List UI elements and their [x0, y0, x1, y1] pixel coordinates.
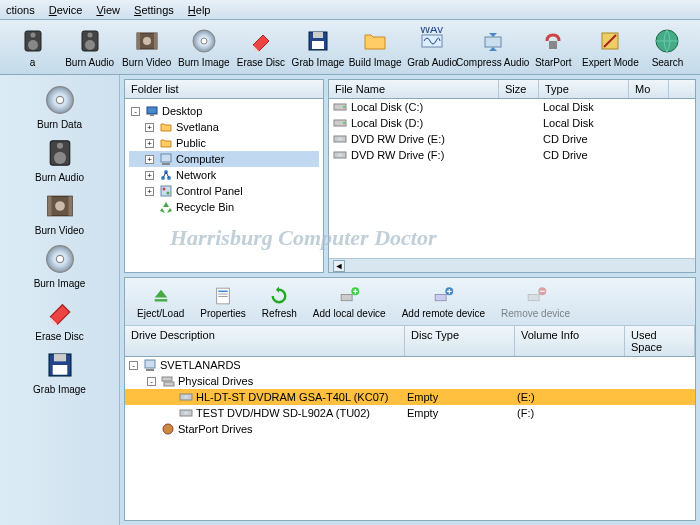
device-toolbar-properties[interactable]: Properties	[192, 280, 254, 324]
menu-item[interactable]: Help	[188, 4, 211, 16]
device-row[interactable]: -SVETLANARDS	[125, 357, 695, 373]
sidebar-burn-audio[interactable]: Burn Audio	[25, 136, 95, 183]
tree-item-label: Public	[176, 137, 206, 149]
menu-item[interactable]: Settings	[134, 4, 174, 16]
folder-list-pane: Folder list -Desktop+Svetlana+Public+Com…	[124, 79, 324, 273]
refresh-icon	[268, 285, 290, 307]
tree-item[interactable]: +Network	[129, 167, 319, 183]
folder-icon	[159, 136, 173, 150]
file-row[interactable]: Local Disk (D:)Local Disk	[329, 115, 695, 131]
props-icon	[212, 285, 234, 307]
device-row[interactable]: HL-DT-ST DVDRAM GSA-T40L (KC07)Empty(E:)	[125, 389, 695, 405]
expand-icon[interactable]	[145, 203, 154, 212]
device-list-body[interactable]: -SVETLANARDS-Physical Drives HL-DT-ST DV…	[125, 357, 695, 520]
device-toolbar-add-local-device[interactable]: Add local device	[305, 280, 394, 324]
sidebar-burn-image[interactable]: Burn Image	[25, 242, 95, 289]
device-toolbar-refresh[interactable]: Refresh	[254, 280, 305, 324]
expand-icon[interactable]: +	[145, 187, 154, 196]
column-header[interactable]: Disc Type	[405, 326, 515, 356]
column-header[interactable]: Mo	[629, 80, 669, 98]
device-row[interactable]: TEST DVD/HDW SD-L902A (TU02)Empty(F:)	[125, 405, 695, 421]
folder-tree[interactable]: -Desktop+Svetlana+Public+Computer+Networ…	[125, 99, 323, 272]
tree-item-label: Control Panel	[176, 185, 243, 197]
compress-icon	[479, 27, 507, 55]
menu-item[interactable]: ctions	[6, 4, 35, 16]
desktop-icon	[145, 104, 159, 118]
column-header[interactable]: File Name	[329, 80, 499, 98]
toolbar-build-image[interactable]: Build Image	[347, 22, 404, 72]
tree-item[interactable]: -Desktop	[129, 103, 319, 119]
expand-icon[interactable]	[147, 425, 156, 434]
tree-item[interactable]: +Public	[129, 135, 319, 151]
expand-icon[interactable]: -	[147, 377, 156, 386]
expand-icon[interactable]: +	[145, 139, 154, 148]
device-row[interactable]: StarPort Drives	[125, 421, 695, 437]
expand-icon[interactable]: -	[129, 361, 138, 370]
eraser-icon	[43, 295, 77, 329]
file-row[interactable]: DVD RW Drive (F:)CD Drive	[329, 147, 695, 163]
tree-item[interactable]: Recycle Bin	[129, 199, 319, 215]
tree-item[interactable]: +Svetlana	[129, 119, 319, 135]
device-toolbar-add-remote-device[interactable]: Add remote device	[394, 280, 493, 324]
svg-rect-35	[147, 107, 157, 114]
toolbar-erase-disc[interactable]: Erase Disc	[232, 22, 289, 72]
toolbar-grab-image[interactable]: Grab Image	[289, 22, 346, 72]
svg-point-69	[184, 395, 188, 399]
file-row[interactable]: DVD RW Drive (E:)CD Drive	[329, 131, 695, 147]
tree-item[interactable]: +Computer	[129, 151, 319, 167]
expand-icon[interactable]: +	[145, 171, 154, 180]
tree-item-label: Computer	[176, 153, 224, 165]
toolbar-compress-audio[interactable]: Compress Audio	[461, 22, 525, 72]
column-header[interactable]: Used Space	[625, 326, 695, 356]
svg-rect-38	[162, 163, 170, 165]
eraser-icon	[247, 27, 275, 55]
file-row[interactable]: Local Disk (C:)Local Disk	[329, 99, 695, 115]
svg-rect-15	[422, 35, 442, 47]
expand-icon[interactable]: +	[145, 155, 154, 164]
file-list-body[interactable]: Local Disk (C:)Local DiskLocal Disk (D:)…	[329, 99, 695, 258]
scroll-left-icon[interactable]: ◄	[333, 260, 345, 272]
tree-item[interactable]: +Control Panel	[129, 183, 319, 199]
svg-rect-42	[161, 186, 171, 196]
svg-point-72	[163, 424, 173, 434]
column-header[interactable]: Type	[539, 80, 629, 98]
column-header[interactable]: Volume Info	[515, 326, 625, 356]
toolbar-grab-audio[interactable]: WAVGrab Audio	[404, 22, 461, 72]
menu-item[interactable]: View	[96, 4, 120, 16]
toolbar-burn-audio[interactable]: Burn Audio	[61, 22, 118, 72]
toolbar-starport[interactable]: StarPort	[525, 22, 582, 72]
sidebar-burn-video[interactable]: Burn Video	[25, 189, 95, 236]
dvd-icon	[333, 132, 347, 146]
expand-icon[interactable]: +	[145, 123, 154, 132]
sidebar-erase-disc[interactable]: Erase Disc	[25, 295, 95, 342]
file-scrollbar[interactable]: ◄	[329, 258, 695, 272]
column-header[interactable]: Drive Description	[125, 326, 405, 356]
toolbar-expert-mode[interactable]: Expert Mode	[582, 22, 639, 72]
expand-icon[interactable]	[165, 409, 174, 418]
floppy-icon	[43, 348, 77, 382]
device-row[interactable]: -Physical Drives	[125, 373, 695, 389]
svg-rect-65	[146, 369, 154, 371]
column-header[interactable]: Size	[499, 80, 539, 98]
drives-icon	[161, 374, 175, 388]
svg-rect-17	[485, 37, 501, 47]
speaker-icon	[43, 136, 77, 170]
sidebar-grab-image[interactable]: Grab Image	[25, 348, 95, 395]
svg-point-9	[143, 37, 151, 45]
expand-icon[interactable]: -	[131, 107, 140, 116]
network-icon	[159, 168, 173, 182]
svg-point-52	[338, 153, 342, 157]
eject-icon	[150, 285, 172, 307]
toolbar-burn-video[interactable]: Burn Video	[118, 22, 175, 72]
svg-rect-60	[436, 294, 447, 300]
toolbar-burn-image[interactable]: Burn Image	[175, 22, 232, 72]
toolbar-a[interactable]: a	[4, 22, 61, 72]
menu-item[interactable]: Device	[49, 4, 83, 16]
svg-rect-58	[341, 294, 352, 300]
svg-rect-8	[154, 33, 157, 49]
device-toolbar-eject-load[interactable]: Eject/Load	[129, 280, 192, 324]
sidebar-burn-data[interactable]: Burn Data	[25, 83, 95, 130]
toolbar-search[interactable]: Search	[639, 22, 696, 72]
device-list-header: Drive DescriptionDisc TypeVolume InfoUse…	[125, 326, 695, 357]
expand-icon[interactable]	[165, 393, 174, 402]
